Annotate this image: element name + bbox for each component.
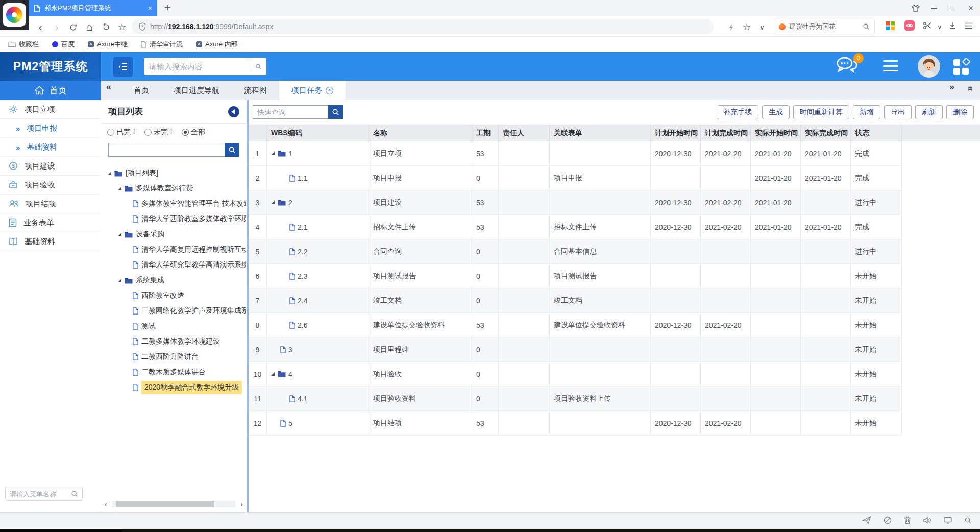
column-header[interactable]: WBS编码 xyxy=(267,125,369,141)
table-row[interactable]: 114.1项目验收资料0项目验收资料上传未开始 xyxy=(249,386,980,411)
table-row[interactable]: 82.6建设单位提交验收资料53建设单位提交验收资料2020-12-302021… xyxy=(249,313,980,337)
scrollbar-thumb[interactable] xyxy=(116,501,214,507)
filter-radio-已完工[interactable]: 已完工 xyxy=(107,128,138,137)
radio-icon[interactable] xyxy=(107,129,114,136)
table-row[interactable]: 21.1项目申报0项目申报2021-01-202021-01-20完成 xyxy=(249,166,980,190)
column-header[interactable]: 关联表单 xyxy=(550,125,651,141)
tab-close-icon[interactable]: × xyxy=(148,4,152,12)
expand-caret-icon[interactable] xyxy=(118,187,121,190)
expand-caret-icon[interactable] xyxy=(271,201,275,204)
skin-icon[interactable] xyxy=(909,3,923,14)
toolbar-button-刷新[interactable]: 刷新 xyxy=(915,105,943,119)
undo-icon[interactable] xyxy=(99,20,112,34)
tabs-collapse-up-icon[interactable]: « xyxy=(965,86,975,91)
sidebar-item-基础资料[interactable]: »基础资料 xyxy=(0,138,101,157)
home-icon[interactable]: ⌂ xyxy=(83,20,96,34)
expand-caret-icon[interactable] xyxy=(271,152,275,155)
table-row[interactable]: 93项目里程碑0未开始 xyxy=(249,337,980,362)
expand-caret-icon[interactable] xyxy=(118,279,121,282)
tab-close-icon[interactable]: × xyxy=(326,87,333,94)
tab-项目进度导航[interactable]: 项目进度导航 xyxy=(161,81,232,100)
table-row[interactable]: 42.1招标文件上传53招标文件上传2020-12-302021-02-2020… xyxy=(249,215,980,239)
bookmark-item[interactable]: 收藏栏 xyxy=(8,40,39,49)
close-icon[interactable]: × xyxy=(964,3,978,14)
column-header[interactable]: 实际完成时间 xyxy=(801,125,851,141)
sidebar-item-业务表单[interactable]: 业务表单 xyxy=(0,213,101,232)
tab-项目任务[interactable]: 项目任务× xyxy=(279,81,346,100)
sidebar-item-项目结项[interactable]: 项目结项 xyxy=(0,195,101,213)
page-zoom-icon[interactable] xyxy=(964,517,972,524)
tree-project-item[interactable]: 二教多媒体教学环境建设 xyxy=(101,334,246,349)
bookmark-item[interactable]: AAxure 内部 xyxy=(196,40,238,49)
table-row[interactable]: 72.4竣工文档0竣工文档未开始 xyxy=(249,288,980,313)
bookmark-item[interactable]: 百度 xyxy=(52,40,75,49)
url-field[interactable]: http://192.168.1.120:9999/Default.aspx xyxy=(132,19,714,34)
tree-search-button[interactable] xyxy=(225,143,239,157)
global-search-input[interactable] xyxy=(149,62,251,71)
radio-icon[interactable] xyxy=(182,129,189,136)
column-header[interactable] xyxy=(249,125,267,141)
browser-tab[interactable]: 邦永PM2项目管理系统 × xyxy=(29,0,157,16)
table-row[interactable]: 104项目验收0未开始 xyxy=(249,362,980,386)
expand-caret-icon[interactable] xyxy=(108,172,111,175)
tree-project-item[interactable]: 测试 xyxy=(101,319,246,334)
expand-caret-icon[interactable] xyxy=(271,372,275,376)
menu-search-input[interactable] xyxy=(10,490,71,498)
tree-project-item[interactable]: 多媒体教室智能管理平台 技术改造项目 xyxy=(101,196,246,211)
maximize-icon[interactable] xyxy=(945,3,960,14)
refresh-icon[interactable] xyxy=(66,20,80,34)
tree-project-item[interactable]: 二教西阶升降讲台 xyxy=(101,349,246,365)
bookmark-item[interactable]: 清华审计流 xyxy=(141,40,183,49)
tree-folder-node[interactable]: 系统集成 xyxy=(101,273,246,288)
column-header[interactable]: 实际开始时间 xyxy=(751,125,801,141)
sidebar-item-基础资料[interactable]: 基础资料 xyxy=(0,232,101,251)
sidebar-item-项目申报[interactable]: »项目申报 xyxy=(0,119,101,138)
app-menu-icon[interactable] xyxy=(883,60,898,71)
sidebar-item-项目验收[interactable]: 项目验收 xyxy=(0,176,101,195)
table-row[interactable]: 11项目立项532020-12-302021-02-202021-01-2020… xyxy=(249,141,980,166)
speed-mode-icon[interactable] xyxy=(725,20,738,34)
tree-project-item[interactable]: 2020秋季融合式教学环境升级 xyxy=(101,380,246,395)
chevron-down-icon[interactable]: ∨ xyxy=(755,20,769,34)
search-icon[interactable] xyxy=(255,62,261,71)
menu-toggle-button[interactable] xyxy=(113,57,133,77)
clean-trash-icon[interactable] xyxy=(904,516,911,524)
sidebar-home-button[interactable]: 首页 xyxy=(0,81,101,100)
column-header[interactable]: 工期 xyxy=(472,125,499,141)
tab-流程图[interactable]: 流程图 xyxy=(232,81,279,100)
tree-project-item[interactable]: 西阶教室改造 xyxy=(101,288,246,303)
browser-menu-icon[interactable] xyxy=(965,22,973,29)
bookmark-item[interactable]: AAxure中继 xyxy=(88,40,128,49)
tree-folder-node[interactable]: 多媒体教室运行费 xyxy=(101,181,246,196)
new-tab-button[interactable]: + xyxy=(164,2,170,14)
tree-search-input[interactable] xyxy=(108,143,225,157)
tree-project-item[interactable]: 二教木质多媒体讲台 xyxy=(101,365,246,380)
favorite-star-icon[interactable]: ☆ xyxy=(115,20,129,34)
toolbar-button-时间重新计算[interactable]: 时间重新计算 xyxy=(793,105,849,119)
tab-首页[interactable]: 首页 xyxy=(121,81,161,100)
tree-project-item[interactable]: 三教网络化教学扩声及环境集成系统 xyxy=(101,303,246,319)
ad-block-icon[interactable] xyxy=(884,516,892,524)
tree-horizontal-scrollbar[interactable]: ‹ › xyxy=(101,500,247,508)
hot-search-box[interactable]: 建议牡丹为国花 xyxy=(774,19,875,34)
search-icon[interactable] xyxy=(863,23,870,30)
scroll-left-icon[interactable]: ‹ xyxy=(105,500,107,509)
sidebar-item-项目建设[interactable]: $项目建设 xyxy=(0,157,101,176)
table-row[interactable]: 52.2合同查询0合同基本信息进行中 xyxy=(249,239,980,264)
app-market-icon[interactable] xyxy=(886,21,895,30)
game-center-icon[interactable] xyxy=(904,20,915,31)
column-header[interactable]: 名称 xyxy=(369,125,472,141)
toolbar-button-删除[interactable]: 删除 xyxy=(946,105,974,119)
filter-radio-未完工[interactable]: 未完工 xyxy=(144,128,175,137)
mute-speaker-icon[interactable] xyxy=(923,517,932,524)
table-row[interactable]: 32项目建设532020-12-302021-02-202021-01-20进行… xyxy=(249,190,980,215)
screenshot-scissors-icon[interactable] xyxy=(923,21,932,30)
user-avatar[interactable] xyxy=(918,55,940,78)
toolbar-button-生成[interactable]: 生成 xyxy=(762,105,790,119)
column-header[interactable]: 计划开始时间 xyxy=(651,125,701,141)
browser-logo[interactable] xyxy=(0,0,29,30)
table-row[interactable]: 62.3项目测试报告0项目测试报告未开始 xyxy=(249,264,980,288)
search-icon[interactable] xyxy=(71,490,78,497)
quick-search-button[interactable] xyxy=(328,105,343,119)
sidebar-item-项目立项[interactable]: 项目立项 xyxy=(0,100,101,119)
